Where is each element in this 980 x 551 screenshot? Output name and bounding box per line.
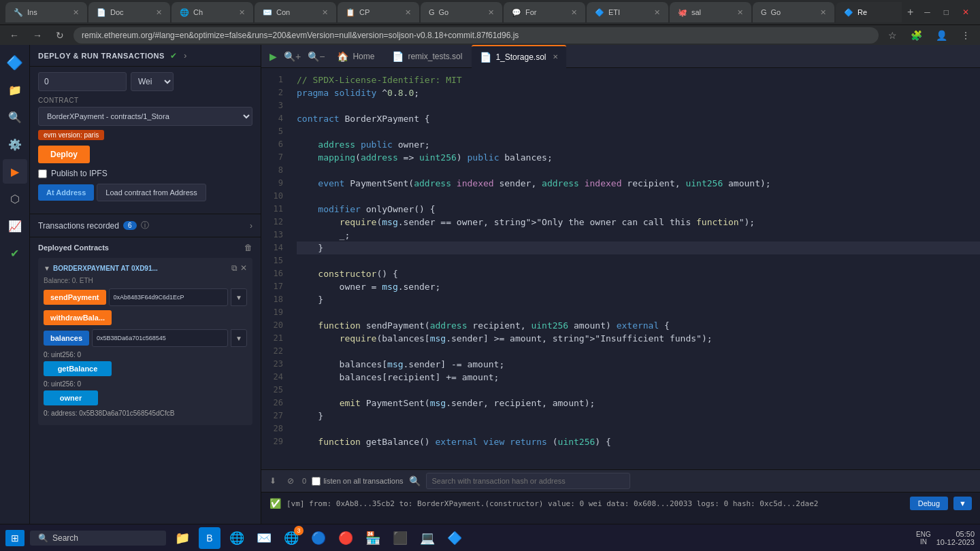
load-contract-button[interactable]: Load contract from Address (97, 184, 206, 201)
copy-icon[interactable]: ⧉ (231, 263, 238, 273)
code-line-12: require(msg.sender == owner, string">"On… (297, 216, 980, 229)
tab-close-icon[interactable]: ✕ (737, 8, 743, 17)
analytics-icon[interactable]: 📈 (3, 214, 27, 238)
minimize-button[interactable]: ─ (919, 5, 936, 20)
withdraw-balance-button[interactable]: withdrawBala... (44, 310, 112, 325)
terminal-collapse-button[interactable]: ⬇ (267, 475, 279, 487)
transactions-row: Transactions recorded 6 ⓘ › (30, 214, 261, 237)
code-editor[interactable]: // SPDX-License-Identifier: MITpragma so… (289, 68, 980, 469)
browser-tab-goo2[interactable]: GGo✕ (753, 2, 834, 22)
taskbar-app-terminal[interactable]: ⬛ (389, 527, 411, 549)
taskbar-app-powershell[interactable]: 💻 (416, 527, 438, 549)
back-button[interactable]: ← (5, 29, 23, 42)
balances-dropdown-icon[interactable]: ▼ (231, 329, 247, 347)
browser-tab-doc[interactable]: 📄Doc✕ (88, 2, 170, 22)
send-payment-button[interactable]: sendPayment (44, 290, 106, 305)
tab-remix-tests[interactable]: 📄 remix_tests.sol (384, 45, 470, 68)
search-icon[interactable]: 🔍 (3, 105, 27, 129)
taskbar-app-cortana[interactable]: B (199, 527, 220, 549)
taskbar-app-dell[interactable]: 🔵 (308, 527, 329, 549)
info-icon[interactable]: ⓘ (141, 220, 149, 231)
terminal-search-input[interactable] (426, 473, 630, 489)
tab-close-icon[interactable]: ✕ (156, 8, 162, 17)
contract-close-icon[interactable]: ✕ (240, 263, 247, 273)
file-explorer-icon[interactable]: 📁 (3, 78, 27, 102)
get-balance-button[interactable]: getBalance (44, 361, 112, 376)
transactions-chevron-icon[interactable]: › (250, 221, 252, 231)
compiler-icon[interactable]: ⚙️ (3, 132, 27, 156)
run-button[interactable]: ▶ (267, 50, 280, 63)
bookmark-button[interactable]: ☆ (884, 29, 901, 42)
debug-button[interactable]: Debug (910, 497, 948, 510)
zoom-in-button[interactable]: 🔍+ (281, 50, 304, 63)
verify-icon[interactable]: ✔ (3, 241, 27, 265)
publish-ipfs-checkbox[interactable] (38, 169, 47, 178)
taskbar-search[interactable]: 🔍 Search (30, 531, 166, 546)
browser-tab-ch[interactable]: 🌐Ch✕ (172, 2, 253, 22)
forward-button[interactable]: → (29, 29, 46, 42)
tab-close-icon[interactable]: ✕ (571, 8, 577, 17)
deployed-contracts-title: Deployed Contracts (38, 244, 109, 252)
refresh-button[interactable]: ↻ (52, 29, 68, 42)
owner-button[interactable]: owner (44, 390, 98, 405)
deploy-icon[interactable]: ▶ (3, 159, 27, 184)
balances-button[interactable]: balances (44, 331, 89, 346)
taskbar-app-file-explorer[interactable]: 📁 (172, 527, 193, 549)
maximize-button[interactable]: □ (938, 5, 954, 20)
browser-tab-rem[interactable]: 🔷Re✕ (836, 2, 902, 22)
terminal-count: 0 (302, 477, 306, 485)
browser-tab-sal[interactable]: 🐙sal✕ (670, 2, 751, 22)
taskbar-app-chrome[interactable]: 🔴 (335, 527, 357, 549)
browser-tab-ins[interactable]: 🔧Ins✕ (5, 2, 87, 22)
taskbar-app-vscode[interactable]: 🔷 (444, 527, 466, 549)
taskbar-app-mail[interactable]: ✉️ (253, 527, 275, 549)
browser-tab-eth[interactable]: 🔷ETI✕ (587, 2, 668, 22)
menu-button[interactable]: ⋮ (957, 29, 975, 42)
terminal-filter-icon[interactable]: ⊘ (284, 475, 297, 487)
new-tab-button[interactable]: + (904, 3, 916, 21)
tab-close-icon[interactable]: ✕ (322, 8, 328, 17)
profile-button[interactable]: 👤 (932, 29, 951, 42)
taskbar-app-store[interactable]: 🏪 (362, 527, 384, 549)
browser-tab-cp[interactable]: 📋CP✕ (338, 2, 419, 22)
address-input[interactable] (74, 27, 879, 44)
send-payment-input[interactable] (109, 288, 229, 306)
at-address-button[interactable]: At Address (38, 184, 94, 201)
deploy-controls: Wei Gwei Ether CONTRACT BorderXPayment -… (30, 67, 261, 214)
tab-1-storage[interactable]: 📄 1_Storage.sol ✕ (472, 45, 566, 68)
contract-chevron-down-icon[interactable]: ▼ (44, 265, 50, 272)
tab-close-icon[interactable]: ✕ (239, 8, 245, 17)
listen-all-checkbox[interactable] (312, 477, 321, 486)
tab-close-icon[interactable]: ✕ (654, 8, 660, 17)
line-number-12: 12 (261, 216, 283, 229)
close-button[interactable]: ✕ (957, 5, 975, 20)
taskbar-app-browser[interactable]: 🌐 (226, 527, 248, 549)
tab-close-icon[interactable]: ✕ (488, 8, 494, 17)
value-input[interactable] (38, 72, 127, 91)
unit-select[interactable]: Wei Gwei Ether (131, 72, 174, 91)
deploy-button[interactable]: Deploy (38, 146, 90, 163)
remix-logo-icon[interactable]: 🔷 (3, 50, 27, 75)
get-balance-result: 0: uint256: 0 (44, 380, 247, 388)
balances-input[interactable] (92, 329, 228, 347)
browser-tab-goo1[interactable]: GGo✕ (421, 2, 502, 22)
taskbar-search-icon: 🔍 (38, 533, 48, 543)
zoom-out-button[interactable]: 🔍− (305, 50, 327, 63)
git-icon[interactable]: ⬡ (3, 186, 27, 211)
send-payment-dropdown-icon[interactable]: ▼ (231, 288, 247, 306)
line-number-14: 14 (261, 241, 283, 254)
start-button[interactable]: ⊞ (5, 530, 24, 546)
contract-select[interactable]: BorderXPayment - contracts/1_Stora (38, 107, 252, 126)
storage-tab-close-icon[interactable]: ✕ (553, 53, 558, 61)
browser-tab-for[interactable]: 💬For✕ (504, 2, 585, 22)
debug-expand-button[interactable]: ▼ (953, 497, 972, 510)
browser-tab-con[interactable]: ✉️Con✕ (255, 2, 336, 22)
tab-close-icon[interactable]: ✕ (405, 8, 411, 17)
extensions-button[interactable]: 🧩 (906, 29, 926, 42)
tab-close-icon[interactable]: ✕ (73, 8, 79, 17)
tab-home[interactable]: 🏠 Home (329, 45, 382, 68)
trash-icon[interactable]: 🗑 (244, 243, 252, 252)
taskbar-app-badge[interactable]: 🌐3 (280, 527, 302, 549)
deploy-panel-expand[interactable]: › (184, 50, 186, 61)
tab-close-icon[interactable]: ✕ (820, 8, 826, 17)
